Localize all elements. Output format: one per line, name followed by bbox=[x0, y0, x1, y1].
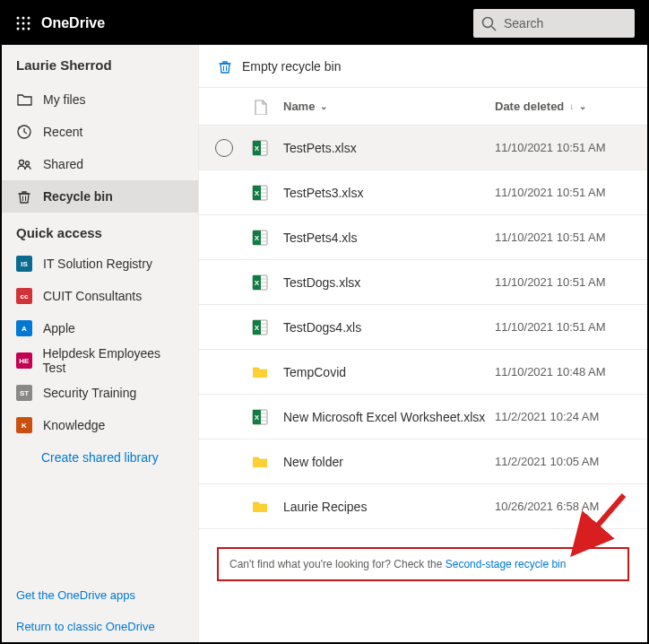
quick-access-item[interactable]: ccCUIT Consultants bbox=[2, 280, 198, 312]
file-name[interactable]: TestDogs.xlsx bbox=[276, 275, 495, 290]
table-row[interactable]: New folder11/2/2021 10:05 AM bbox=[199, 439, 647, 484]
sidebar-item-label: My files bbox=[43, 92, 85, 107]
date-deleted: 11/10/2021 10:51 AM bbox=[495, 141, 638, 154]
sidebar-item-recycle-bin[interactable]: Recycle bin bbox=[2, 180, 198, 213]
quick-access-title: Quick access bbox=[2, 213, 198, 248]
site-avatar-icon: K bbox=[16, 417, 32, 433]
quick-access-label: Security Training bbox=[43, 386, 136, 400]
top-bar: OneDrive Search bbox=[2, 2, 647, 45]
app-launcher-button[interactable] bbox=[9, 9, 38, 38]
second-stage-hint: Can't find what you're looking for? Chec… bbox=[217, 547, 629, 581]
table-row[interactable]: TestPets.xlsx11/10/2021 10:51 AM bbox=[199, 126, 647, 170]
main-pane: Empty recycle bin Name ⌄ Date deleted ↓ … bbox=[199, 45, 647, 642]
file-type-column-icon[interactable] bbox=[244, 99, 276, 115]
date-deleted: 11/2/2021 10:24 AM bbox=[495, 410, 638, 423]
excel-file-icon bbox=[244, 184, 276, 202]
quick-access-item[interactable]: ISIT Solution Registry bbox=[2, 248, 198, 280]
table-row[interactable]: TestDogs4.xls11/10/2021 10:51 AM bbox=[199, 305, 647, 350]
date-deleted: 11/2/2021 10:05 AM bbox=[495, 455, 638, 468]
search-box[interactable]: Search bbox=[473, 9, 635, 38]
excel-file-icon bbox=[244, 408, 276, 426]
footer-link-get-apps[interactable]: Get the OneDrive apps bbox=[2, 579, 198, 611]
quick-access-item[interactable]: AApple bbox=[2, 312, 198, 344]
hint-text: Can't find what you're looking for? Chec… bbox=[229, 558, 446, 570]
folder-icon bbox=[244, 453, 276, 471]
file-name[interactable]: TempCovid bbox=[276, 365, 495, 379]
site-avatar-icon: ST bbox=[16, 385, 32, 401]
date-deleted: 11/10/2021 10:51 AM bbox=[495, 275, 638, 289]
footer-link-classic[interactable]: Return to classic OneDrive bbox=[2, 611, 198, 642]
folder-icon bbox=[16, 91, 32, 108]
recent-icon bbox=[16, 124, 32, 140]
recycle-icon bbox=[16, 188, 32, 205]
quick-access-label: Knowledge bbox=[43, 418, 105, 432]
folder-icon bbox=[244, 363, 276, 381]
date-deleted: 11/10/2021 10:48 AM bbox=[495, 365, 638, 379]
folder-icon bbox=[244, 498, 276, 516]
quick-access-label: Helpdesk Employees Test bbox=[43, 346, 184, 375]
sidebar-item-label: Recent bbox=[43, 125, 82, 139]
app-title: OneDrive bbox=[41, 15, 105, 31]
column-header-date-deleted[interactable]: Date deleted ↓ ⌄ bbox=[495, 100, 638, 113]
recycle-icon bbox=[217, 58, 233, 74]
date-deleted: 10/26/2021 6:58 AM bbox=[495, 500, 638, 513]
table-row[interactable]: New Microsoft Excel Worksheet.xlsx11/2/2… bbox=[199, 395, 647, 439]
site-avatar-icon: A bbox=[16, 320, 32, 336]
sidebar: Laurie Sherrod My files Recent Shared Re… bbox=[2, 45, 199, 642]
file-name[interactable]: New folder bbox=[276, 455, 495, 469]
username: Laurie Sherrod bbox=[2, 45, 198, 83]
sidebar-item-shared[interactable]: Shared bbox=[2, 148, 198, 180]
date-deleted: 11/10/2021 10:51 AM bbox=[495, 186, 638, 199]
table-row[interactable]: TestPets4.xls11/10/2021 10:51 AM bbox=[199, 215, 647, 260]
search-icon bbox=[480, 15, 497, 31]
file-name[interactable]: TestDogs4.xls bbox=[276, 320, 495, 335]
table-row[interactable]: TempCovid11/10/2021 10:48 AM bbox=[199, 350, 647, 395]
file-name[interactable]: TestPets3.xlsx bbox=[276, 186, 495, 200]
search-placeholder: Search bbox=[504, 16, 543, 30]
file-name[interactable]: New Microsoft Excel Worksheet.xlsx bbox=[276, 410, 495, 424]
sidebar-item-label: Shared bbox=[43, 157, 83, 171]
excel-file-icon bbox=[244, 229, 276, 247]
file-name[interactable]: TestPets.xlsx bbox=[276, 141, 495, 155]
sort-down-icon: ↓ bbox=[569, 101, 574, 111]
chevron-down-icon: ⌄ bbox=[320, 101, 327, 111]
date-deleted: 11/10/2021 10:51 AM bbox=[495, 320, 638, 334]
sidebar-item-label: Recycle bin bbox=[43, 189, 113, 204]
column-header-name[interactable]: Name ⌄ bbox=[276, 100, 495, 113]
excel-file-icon bbox=[244, 318, 276, 336]
quick-access-label: Apple bbox=[43, 321, 75, 335]
site-avatar-icon: IS bbox=[16, 256, 32, 272]
sidebar-item-recent[interactable]: Recent bbox=[2, 116, 198, 148]
quick-access-label: IT Solution Registry bbox=[43, 257, 152, 271]
file-name[interactable]: Laurie Recipes bbox=[276, 500, 495, 514]
sidebar-item-my-files[interactable]: My files bbox=[2, 83, 198, 116]
excel-file-icon bbox=[244, 139, 276, 157]
quick-access-label: CUIT Consultants bbox=[43, 289, 142, 303]
site-avatar-icon: HE bbox=[16, 352, 32, 369]
table-row[interactable]: Laurie Recipes10/26/2021 6:58 AM bbox=[199, 484, 647, 529]
table-row[interactable]: TestPets3.xlsx11/10/2021 10:51 AM bbox=[199, 170, 647, 215]
table-header: Name ⌄ Date deleted ↓ ⌄ bbox=[199, 88, 647, 126]
quick-access-item[interactable]: STSecurity Training bbox=[2, 377, 198, 409]
table-row[interactable]: TestDogs.xlsx11/10/2021 10:51 AM bbox=[199, 260, 647, 305]
command-bar: Empty recycle bin bbox=[199, 45, 647, 88]
file-name[interactable]: TestPets4.xls bbox=[276, 231, 495, 245]
date-deleted: 11/10/2021 10:51 AM bbox=[495, 231, 638, 244]
row-select-checkbox[interactable] bbox=[215, 139, 233, 157]
second-stage-recycle-link[interactable]: Second-stage recycle bin bbox=[446, 558, 567, 570]
quick-access-item[interactable]: KKnowledge bbox=[2, 409, 198, 441]
shared-icon bbox=[16, 156, 32, 172]
chevron-down-icon: ⌄ bbox=[579, 101, 586, 111]
empty-recycle-button[interactable]: Empty recycle bin bbox=[242, 59, 341, 74]
excel-file-icon bbox=[244, 274, 276, 292]
create-shared-library-link[interactable]: Create shared library bbox=[2, 441, 198, 474]
site-avatar-icon: cc bbox=[16, 288, 32, 304]
quick-access-item[interactable]: HEHelpdesk Employees Test bbox=[2, 344, 198, 377]
